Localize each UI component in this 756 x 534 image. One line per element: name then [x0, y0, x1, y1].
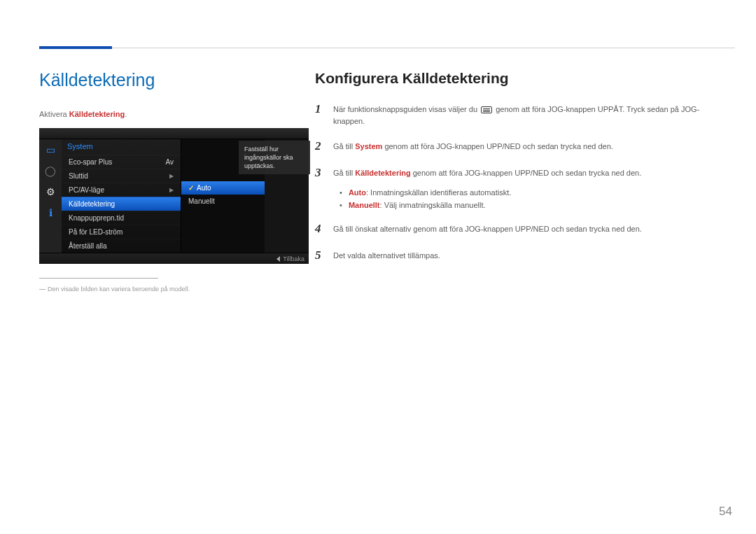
triangle-left-icon	[276, 256, 280, 262]
step3-bullets: Auto: Inmatningskällan identifieras auto…	[340, 188, 721, 209]
osd-item-knapp[interactable]: Knappupprepn.tid	[62, 211, 181, 225]
osd-icon-column: ▭ ◯ ⚙ ℹ	[39, 139, 62, 253]
step-body: När funktionsknappsguiden visas väljer d…	[333, 102, 721, 127]
header-divider	[39, 48, 735, 48]
osd-item-label: Knappupprepn.tid	[69, 214, 124, 222]
step-5: 5 Det valda alternativet tillämpas.	[315, 248, 721, 262]
osd-item-kalldetektering[interactable]: Källdetektering	[62, 197, 181, 211]
osd-item-pcav[interactable]: PC/AV-läge ▶	[62, 183, 181, 197]
bullet-auto-text: : Inmatningskällan identifieras automati…	[366, 188, 511, 197]
step3-strong: Källdetektering	[355, 169, 410, 177]
target-icon: ◯	[43, 164, 57, 177]
step-body: Gå till önskat alternativ genom att föra…	[333, 222, 642, 235]
step3-post: genom att föra JOG-knappen UPP/NED och s…	[411, 169, 642, 177]
header-accent-bar	[39, 46, 112, 49]
osd-item-sluttid[interactable]: Sluttid ▶	[62, 169, 181, 183]
step3-pre: Gå till	[333, 169, 355, 177]
osd-subitem-manuellt[interactable]: Manuellt	[181, 195, 265, 208]
step2-strong: System	[355, 142, 382, 150]
footnote: ―Den visade bilden kan variera beroende …	[39, 286, 311, 293]
bullet-man-text: : Välj inmatningskälla manuellt.	[380, 201, 486, 209]
step-body: Gå till Källdetektering genom att föra J…	[333, 166, 641, 179]
osd-item-value: Av	[166, 158, 174, 166]
sub-strong: Källdetektering	[69, 110, 125, 118]
osd-item-label: PC/AV-läge	[69, 186, 104, 194]
osd-item-label: På för LED-ström	[69, 228, 122, 236]
step2-pre: Gå till	[333, 142, 355, 150]
bullet-auto: Auto: Inmatningskällan identifieras auto…	[340, 188, 721, 197]
osd-tooltip: Fastställ hur ingångskällor ska upptäcka…	[239, 141, 310, 174]
step-2: 2 Gå till System genom att föra JOG-knap…	[315, 139, 721, 153]
bullet-auto-label: Auto	[349, 188, 366, 197]
step-number: 1	[315, 102, 323, 116]
osd-item-label: Sluttid	[69, 172, 88, 180]
bullet-man-label: Manuellt	[349, 201, 380, 209]
page-number: 54	[719, 505, 732, 519]
gear-icon: ⚙	[43, 185, 57, 198]
osd-item-aterstall[interactable]: Återställ alla	[62, 239, 181, 253]
step-body: Gå till System genom att föra JOG-knappe…	[333, 139, 613, 153]
step-number: 3	[315, 166, 323, 180]
osd-subitem-auto[interactable]: Auto	[181, 181, 265, 195]
section-subtext: Aktivera Källdetektering.	[39, 110, 311, 118]
section-title: Källdetektering	[39, 70, 311, 90]
step-1: 1 När funktionsknappsguiden visas väljer…	[315, 102, 721, 127]
step-3: 3 Gå till Källdetektering genom att föra…	[315, 166, 721, 180]
osd-menu-header: System	[62, 139, 181, 155]
step-body: Det valda alternativet tillämpas.	[333, 248, 440, 262]
step-number: 5	[315, 248, 323, 262]
step-number: 2	[315, 139, 323, 153]
osd-item-ecospar[interactable]: Eco-spar Plus Av	[62, 155, 181, 169]
osd-item-label: Eco-spar Plus	[69, 158, 112, 166]
footnote-dash: ―	[39, 286, 46, 293]
display-icon: ▭	[43, 143, 57, 156]
right-title: Konfigurera Källdetektering	[315, 70, 721, 87]
step-number: 4	[315, 222, 323, 236]
step-4: 4 Gå till önskat alternativ genom att fö…	[315, 222, 721, 236]
osd-item-ledstrom[interactable]: På för LED-ström	[62, 225, 181, 239]
menu-icon	[481, 106, 492, 113]
step1-pre: När funktionsknappsguiden visas väljer d…	[333, 105, 479, 113]
osd-bottombar: Tillbaka	[39, 253, 309, 264]
chevron-right-icon: ▶	[169, 187, 174, 193]
footnote-text: Den visade bilden kan variera beroende p…	[48, 286, 190, 293]
osd-item-label: Återställ alla	[69, 242, 106, 250]
chevron-right-icon: ▶	[169, 173, 174, 179]
sub-post: .	[125, 110, 127, 118]
sub-pre: Aktivera	[39, 110, 69, 118]
osd-item-label: Källdetektering	[69, 200, 115, 208]
step2-post: genom att föra JOG-knappen UPP/NED och s…	[382, 142, 613, 150]
osd-screenshot: ▭ ◯ ⚙ ℹ System Eco-spar Plus Av Sluttid …	[39, 128, 309, 264]
osd-menu-column: System Eco-spar Plus Av Sluttid ▶ PC/AV-…	[62, 139, 181, 253]
footnote-divider	[39, 278, 158, 279]
osd-back-label[interactable]: Tillbaka	[283, 255, 304, 262]
osd-topbar	[39, 128, 309, 139]
bullet-manuellt: Manuellt: Välj inmatningskälla manuellt.	[340, 201, 721, 209]
info-icon: ℹ	[43, 206, 57, 219]
